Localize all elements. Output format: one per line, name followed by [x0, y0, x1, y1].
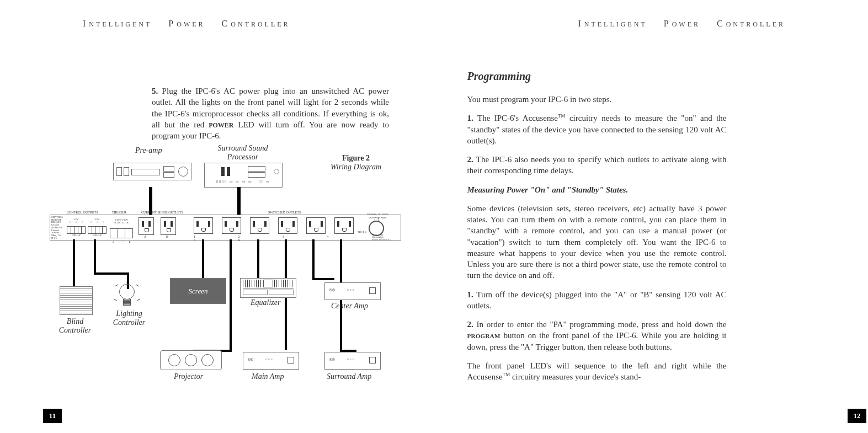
outlet — [222, 217, 241, 234]
device-main-amp: ⎋⎋ ▫▫▫ — [243, 352, 299, 370]
wire — [73, 239, 75, 286]
outlet-b-label: B — [166, 235, 168, 238]
step-text: The IPC-6 also needs you to specify whic… — [467, 155, 727, 175]
subheading: Measuring Power "On" and "Standby" State… — [467, 184, 727, 195]
connector-strip: ▯▯▯▯ ▭ ▭ ▭ ▭ ▯▯ ▭ — [204, 179, 283, 188]
device-equalizer — [240, 278, 296, 298]
label-projector: Projector — [174, 372, 203, 381]
hdr-cap: P — [168, 19, 177, 28]
figure-2: Pre-amp Surround Sound Processor Figure … — [50, 146, 403, 405]
wire — [202, 239, 204, 278]
left-body-text: 5. Plug the IPC-6's AC power plug into a… — [152, 77, 389, 149]
decor — [131, 169, 160, 175]
switched-outlets — [194, 217, 354, 234]
device-center-amp: ⎋⎋ ▫▫▫ — [324, 282, 381, 300]
right-page: INTELLIGENT POWER CONTROLLER Programming… — [434, 0, 869, 433]
wire — [94, 272, 127, 275]
outlet — [194, 217, 213, 234]
device-ssproc — [204, 163, 283, 180]
step-text: In order to enter the "PA" programming m… — [473, 320, 727, 329]
outlet — [139, 217, 154, 235]
decor — [248, 166, 265, 172]
tm: TM — [503, 372, 510, 377]
relay-label: RELAY — [88, 234, 106, 237]
device-screen: Screen — [170, 278, 226, 304]
right-body-text: Programming You must program your IPC-6 … — [467, 69, 727, 390]
label-surround-amp: Surround Amp — [327, 372, 371, 381]
device-blind-controller — [60, 286, 93, 315]
para: 2. In order to enter the "PA" programmin… — [467, 319, 727, 352]
hdr-word: OWER — [672, 20, 700, 28]
decor — [221, 167, 225, 176]
para: 1. The IPC-6's AccusenseTM circuitry nee… — [467, 113, 727, 146]
panel-relay-text: CONTROL OUTPUT RELAYS CC and No Do Not E… — [51, 216, 66, 239]
label-text: Surround Sound — [218, 144, 268, 152]
label-text: Controller — [59, 326, 92, 334]
trigger-range: 0-30V 3-30V AC/DC AC DC — [110, 219, 133, 224]
label-center-amp: Center Amp — [331, 302, 368, 311]
page-number-right: 12 — [848, 409, 866, 423]
left-page: INTELLIGENT POWER CONTROLLER 5. Plug the… — [0, 0, 434, 433]
relay-block: 12V ○○○ RELAY — [67, 218, 86, 237]
decor — [116, 167, 122, 176]
step-number: 1. — [467, 114, 473, 122]
trig-b: B — [129, 241, 131, 244]
trigger-block: 0-30V 3-30V AC/DC AC DC A+ - +B — [110, 216, 133, 247]
brand-label: Niles Audio Corporation Miami Florida US… — [372, 234, 391, 241]
hdr-word: NTELLIGENT — [584, 20, 647, 28]
device-preamp — [113, 163, 191, 180]
hdr-cap: C — [222, 19, 231, 28]
outlet — [161, 217, 176, 235]
hdr-cap: C — [717, 19, 726, 28]
page-spread: INTELLIGENT POWER CONTROLLER 5. Plug the… — [0, 0, 868, 433]
ipc6-rear-panel: CONTROL OUTPUTS TRIGGER CURRENT SENSE OU… — [50, 215, 401, 240]
nc-eg-label: NC-EG — [358, 231, 366, 233]
panel-section-label: SWITCHED OUTLETS — [268, 211, 301, 214]
page-number-left: 11 — [43, 409, 62, 423]
label-text: Controller — [113, 318, 146, 327]
label-preamp: Pre-amp — [135, 146, 162, 155]
decor — [163, 172, 174, 178]
hdr-word: NTELLIGENT — [89, 20, 152, 28]
outlet — [278, 217, 297, 234]
wire — [230, 239, 232, 350]
tm: TM — [558, 113, 566, 119]
hdr-cap: I — [578, 19, 584, 28]
device-projector — [160, 350, 222, 370]
wire — [237, 187, 241, 215]
outlet-a-label: A — [144, 235, 146, 238]
outlet — [306, 217, 326, 234]
program-label: PROGRAM — [467, 333, 500, 339]
hdr-cap: I — [83, 19, 89, 28]
panel-section-label: CURRENT SENSE OUTLETS — [141, 211, 183, 214]
header-left: INTELLIGENT POWER CONTROLLER — [83, 19, 290, 29]
relay-block: 12V ○○○ RELAY — [88, 218, 106, 237]
label-equalizer: Equalizer — [251, 298, 280, 307]
label-text: Lighting — [116, 309, 142, 318]
hdr-cap: P — [664, 19, 672, 28]
step-number: 1. — [467, 290, 473, 299]
para: 1. Turn off the device(s) plugged into t… — [467, 289, 727, 312]
wire — [94, 239, 96, 272]
relay-label: RELAY — [67, 234, 86, 237]
device-lighting — [116, 284, 138, 306]
header-right: INTELLIGENT POWER CONTROLLER — [578, 19, 785, 29]
trig-a: A — [112, 241, 114, 244]
para: 2. The IPC-6 also needs you to specify w… — [467, 154, 727, 177]
decor — [124, 167, 129, 176]
wire — [312, 239, 315, 278]
outlet-numbers: 1 2 3 4 5 6 — [194, 235, 354, 242]
label-main-amp: Main Amp — [252, 372, 284, 381]
hdr-word: OWER — [177, 20, 205, 28]
hdr-word: ONTROLLER — [231, 20, 290, 28]
step-number: 2. — [467, 155, 473, 164]
label-lighting: Lighting Controller — [107, 309, 151, 327]
label-ssproc: Surround Sound Processor — [210, 144, 276, 162]
caption-italic: Wiring Diagram — [331, 163, 381, 171]
para: Some devices (television sets, stereo re… — [467, 203, 727, 281]
decor — [248, 172, 265, 178]
decor — [227, 167, 230, 176]
panel-section-label: CONTROL OUTPUTS — [67, 211, 98, 214]
wire — [257, 239, 259, 278]
decor — [274, 169, 279, 174]
